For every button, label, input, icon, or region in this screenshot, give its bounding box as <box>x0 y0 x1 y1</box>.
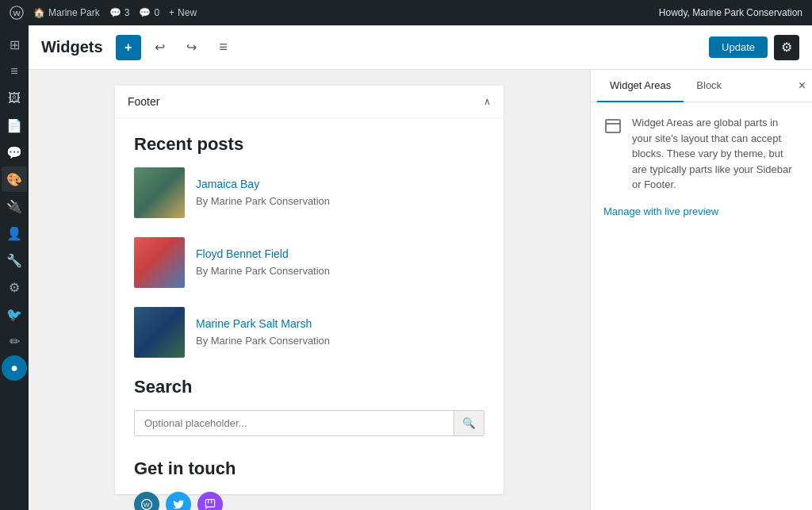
search-section: Search 🔍 <box>134 377 485 436</box>
sidebar-icon-twitter[interactable]: 🐦 <box>2 301 27 327</box>
sidebar-icon-pages[interactable]: 📄 <box>2 113 27 138</box>
revisions-icon: 💬 <box>139 7 151 18</box>
widget-body: Recent posts Jamaica Bay By Marine Park … <box>115 118 504 510</box>
new-item[interactable]: + New <box>169 7 197 18</box>
sidebar-icon-appearance[interactable]: 🎨 <box>2 167 27 192</box>
wp-logo-item[interactable]: W <box>10 6 24 20</box>
post-item-2: Floyd Bennet Field By Marine Park Conser… <box>134 237 485 288</box>
sidebar-icon-tools[interactable]: 🔧 <box>2 247 27 273</box>
update-button[interactable]: Update <box>709 36 768 58</box>
search-title: Search <box>134 377 485 397</box>
post-author-1: By Marine Park Conservation <box>196 195 330 207</box>
tab-block[interactable]: Block <box>684 70 734 102</box>
wordpress-social-icon[interactable]: W <box>134 492 159 510</box>
recent-posts-title: Recent posts <box>134 134 485 155</box>
comments-item[interactable]: 💬 3 <box>109 7 130 18</box>
post-info-3: Marine Park Salt Marsh By Marine Park Co… <box>196 317 330 347</box>
add-block-button[interactable]: + <box>116 35 141 60</box>
plus-icon: + <box>169 7 174 18</box>
post-thumbnail-1 <box>134 167 185 218</box>
post-link-2[interactable]: Floyd Bennet Field <box>196 247 330 260</box>
sidebar-icon-circle[interactable]: ● <box>2 355 27 381</box>
sidebar-icon-settings[interactable]: ⚙ <box>2 274 27 300</box>
toolbar: Widgets + ↩ ↪ ≡ Update ⚙ <box>29 25 812 70</box>
admin-bar: W 🏠 Marine Park 💬 3 💬 0 + New Howdy, Mar… <box>0 0 812 25</box>
main-layout: ⊞ ≡ 🖼 📄 💬 🎨 🔌 👤 🔧 ⚙ 🐦 ✏ ● Widgets + ↩ ↪ … <box>0 25 812 510</box>
widget-area-title: Footer <box>128 95 159 108</box>
search-input-wrapper: 🔍 <box>134 410 485 436</box>
manage-live-preview-link[interactable]: Manage with live preview <box>603 205 799 217</box>
howdy-text: Howdy, Marine Park Conservation <box>659 7 802 18</box>
site-name: Marine Park <box>48 7 100 18</box>
site-name-item[interactable]: 🏠 Marine Park <box>33 7 100 18</box>
undo-button[interactable]: ↩ <box>147 35 173 60</box>
home-icon: 🏠 <box>33 7 45 18</box>
twitch-social-icon[interactable] <box>197 492 223 510</box>
sidebar-icon-dashboard[interactable]: ⊞ <box>2 32 27 57</box>
comments-count: 3 <box>124 7 130 18</box>
svg-rect-4 <box>205 500 214 508</box>
search-input[interactable] <box>135 411 454 435</box>
info-description: Widget Areas are global parts in your si… <box>632 115 799 193</box>
sidebar-icon-media[interactable]: 🖼 <box>2 86 27 111</box>
sidebar: ⊞ ≡ 🖼 📄 💬 🎨 🔌 👤 🔧 ⚙ 🐦 ✏ ● <box>0 25 29 510</box>
post-thumbnail-2 <box>134 237 185 288</box>
sidebar-icon-edit[interactable]: ✏ <box>2 328 27 354</box>
revisions-count: 0 <box>154 7 159 18</box>
widget-area-icon <box>603 117 622 193</box>
sidebar-icon-comments[interactable]: 💬 <box>2 140 27 165</box>
widget-panel: Footer ∧ Recent posts Jamaica Bay By Mar… <box>115 86 504 494</box>
list-view-button[interactable]: ≡ <box>211 35 236 60</box>
settings-button[interactable]: ⚙ <box>774 35 799 60</box>
sidebar-icon-users[interactable]: 👤 <box>2 220 27 246</box>
contact-section: Get in touch W <box>134 458 485 510</box>
new-label: New <box>178 7 197 18</box>
svg-marker-7 <box>205 507 207 509</box>
comment-bubble-icon: 💬 <box>109 7 121 18</box>
post-info-1: Jamaica Bay By Marine Park Conservation <box>196 178 330 208</box>
right-panel-body: Widget Areas are global parts in your si… <box>591 102 812 510</box>
post-author-2: By Marine Park Conservation <box>196 265 330 277</box>
toolbar-left: Widgets + ↩ ↪ ≡ <box>41 35 236 60</box>
svg-rect-8 <box>606 120 620 132</box>
svg-text:W: W <box>144 501 150 508</box>
collapse-button[interactable]: ∧ <box>484 96 491 107</box>
page-title: Widgets <box>41 38 103 56</box>
contact-title: Get in touch <box>134 458 485 479</box>
widget-header: Footer ∧ <box>115 86 504 118</box>
sidebar-icon-plugins[interactable]: 🔌 <box>2 194 27 219</box>
close-panel-button[interactable]: × <box>799 79 806 93</box>
search-submit-button[interactable]: 🔍 <box>454 411 484 435</box>
sidebar-icon-posts[interactable]: ≡ <box>2 59 27 84</box>
toolbar-right: Update ⚙ <box>709 35 799 60</box>
post-author-3: By Marine Park Conservation <box>196 335 330 347</box>
post-item-1: Jamaica Bay By Marine Park Conservation <box>134 167 485 218</box>
svg-text:W: W <box>13 9 21 17</box>
post-item-3: Marine Park Salt Marsh By Marine Park Co… <box>134 307 485 358</box>
twitter-social-icon[interactable] <box>166 492 191 510</box>
post-link-3[interactable]: Marine Park Salt Marsh <box>196 317 330 330</box>
content-area: Widgets + ↩ ↪ ≡ Update ⚙ Footer ∧ <box>29 25 812 510</box>
tab-widget-areas[interactable]: Widget Areas <box>597 70 684 102</box>
post-link-1[interactable]: Jamaica Bay <box>196 178 330 190</box>
revisions-item[interactable]: 💬 0 <box>139 7 159 18</box>
right-panel-tabs: Widget Areas Block × <box>591 70 812 102</box>
admin-bar-left: W 🏠 Marine Park 💬 3 💬 0 + New <box>10 6 197 20</box>
post-info-2: Floyd Bennet Field By Marine Park Conser… <box>196 247 330 278</box>
info-block: Widget Areas are global parts in your si… <box>603 115 799 193</box>
redo-button[interactable]: ↪ <box>179 35 205 60</box>
editor-area: Footer ∧ Recent posts Jamaica Bay By Mar… <box>29 70 812 510</box>
right-panel: Widget Areas Block × Widget Areas are gl… <box>590 70 812 510</box>
canvas[interactable]: Footer ∧ Recent posts Jamaica Bay By Mar… <box>29 70 590 510</box>
social-icons: W <box>134 492 485 510</box>
post-thumbnail-3 <box>134 307 185 358</box>
